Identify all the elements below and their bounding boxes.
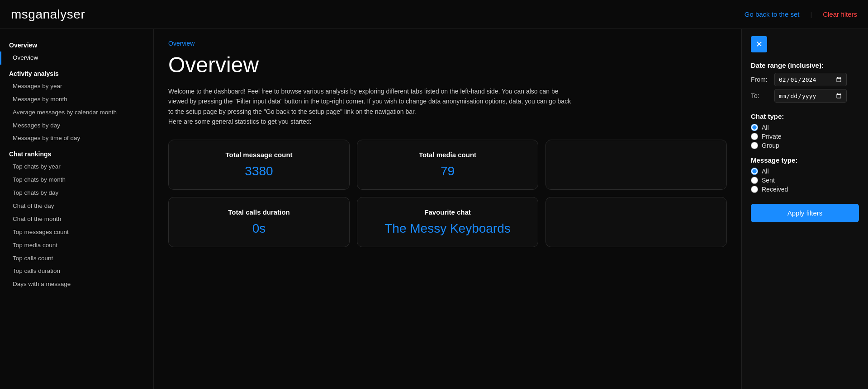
intro-text: Welcome to the dashboard! Feel free to b… — [168, 86, 575, 127]
filter-chat-type-group-row: Group — [751, 142, 859, 149]
stat-card-favourite-chat: Favourite chat The Messy Keyboards — [357, 197, 538, 247]
filter-message-type-all-row: All — [751, 168, 859, 175]
filter-chat-type-section: Chat type: All Private Group — [751, 112, 859, 149]
filter-chat-type-private-radio[interactable] — [751, 133, 758, 140]
sidebar-item-avg-messages[interactable]: Average messages by calendar month — [0, 106, 153, 119]
filter-chat-type-group: All Private Group — [751, 124, 859, 149]
sidebar-item-top-chats-year[interactable]: Top chats by year — [0, 160, 153, 173]
filter-panel: ✕ Date range (inclusive): From: To: Chat… — [741, 29, 868, 389]
filter-message-type-sent-row: Sent — [751, 177, 859, 184]
sidebar-section-title-activity: Activity analysis — [0, 65, 153, 80]
sidebar: Overview Overview Activity analysis Mess… — [0, 29, 154, 389]
intro-text-line1: Welcome to the dashboard! Feel free to b… — [168, 88, 571, 115]
stats-row-2: Total calls duration 0s Favourite chat T… — [168, 197, 727, 247]
filter-from-label: From: — [751, 76, 771, 83]
stats-row-1: Total message count 3380 Total media cou… — [168, 140, 727, 190]
filter-chat-type-title: Chat type: — [751, 112, 859, 120]
filter-chat-type-private-label: Private — [762, 133, 782, 140]
filter-chat-type-all-row: All — [751, 124, 859, 131]
filter-close-button[interactable]: ✕ — [751, 36, 767, 52]
stat-value-total-calls: 0s — [178, 221, 340, 236]
stat-label-favourite-chat: Favourite chat — [366, 208, 529, 216]
page-title: Overview — [168, 52, 727, 77]
sidebar-item-top-chats-day[interactable]: Top chats by day — [0, 187, 153, 200]
stat-card-total-media: Total media count 79 — [357, 140, 538, 190]
filter-date-to-row: To: — [751, 89, 859, 103]
filter-chat-type-group-radio[interactable] — [751, 142, 758, 149]
stat-card-placeholder-1 — [545, 140, 727, 190]
sidebar-item-top-calls-duration[interactable]: Top calls duration — [0, 265, 153, 278]
sidebar-item-top-calls-count[interactable]: Top calls count — [0, 252, 153, 265]
filter-message-type-all-label: All — [762, 168, 769, 175]
sidebar-item-messages-by-year[interactable]: Messages by year — [0, 80, 153, 93]
main-layout: Overview Overview Activity analysis Mess… — [0, 29, 868, 389]
sidebar-item-messages-by-month[interactable]: Messages by month — [0, 93, 153, 106]
filter-date-range-title: Date range (inclusive): — [751, 61, 859, 69]
sidebar-item-chat-of-day[interactable]: Chat of the day — [0, 200, 153, 213]
filter-chat-type-private-row: Private — [751, 133, 859, 140]
sidebar-item-overview[interactable]: Overview — [0, 52, 153, 65]
stat-label-total-messages: Total message count — [178, 151, 340, 159]
filter-chat-type-group-label: Group — [762, 142, 779, 149]
stat-label-total-calls: Total calls duration — [178, 208, 340, 216]
topnav: msganalyser Go back to the set | Clear f… — [0, 0, 868, 29]
filter-message-type-received-row: Received — [751, 186, 859, 193]
stat-value-favourite-chat: The Messy Keyboards — [366, 221, 529, 236]
sidebar-item-top-chats-month[interactable]: Top chats by month — [0, 173, 153, 187]
sidebar-item-top-media-count[interactable]: Top media count — [0, 239, 153, 252]
filter-chat-type-all-label: All — [762, 124, 769, 131]
sidebar-item-messages-by-time[interactable]: Messages by time of day — [0, 132, 153, 145]
filter-date-range-section: Date range (inclusive): From: To: — [751, 61, 859, 105]
sidebar-item-messages-by-day[interactable]: Messages by day — [0, 119, 153, 132]
sidebar-item-days-with-message[interactable]: Days with a message — [0, 278, 153, 291]
stat-value-total-media: 79 — [366, 164, 529, 178]
sidebar-item-chat-of-month[interactable]: Chat of the month — [0, 213, 153, 226]
filter-message-type-received-label: Received — [762, 186, 788, 193]
sidebar-section-title-overview: Overview — [0, 36, 153, 52]
breadcrumb: Overview — [168, 40, 727, 47]
filter-message-type-sent-radio[interactable] — [751, 177, 758, 184]
go-back-link[interactable]: Go back to the set — [745, 10, 800, 18]
intro-text-line2: Here are some general statistics to get … — [168, 118, 312, 125]
main-content: Overview Overview Welcome to the dashboa… — [154, 29, 741, 389]
filter-chat-type-all-radio[interactable] — [751, 124, 758, 131]
stat-value-total-messages: 3380 — [178, 164, 340, 178]
apply-filters-button[interactable]: Apply filters — [751, 204, 859, 222]
filter-to-input[interactable] — [774, 89, 847, 103]
filter-from-input[interactable] — [774, 73, 847, 86]
sidebar-section-title-rankings: Chat rankings — [0, 145, 153, 160]
sidebar-section-overview: Overview Overview — [0, 36, 153, 65]
stat-card-total-messages: Total message count 3380 — [168, 140, 350, 190]
brand-logo: msganalyser — [11, 7, 85, 22]
clear-filters-link[interactable]: Clear filters — [823, 10, 857, 18]
filter-message-type-section: Message type: All Sent Received — [751, 156, 859, 193]
filter-message-type-all-radio[interactable] — [751, 168, 758, 175]
stat-card-placeholder-2 — [545, 197, 727, 247]
sidebar-section-activity: Activity analysis Messages by year Messa… — [0, 65, 153, 145]
stat-card-total-calls: Total calls duration 0s — [168, 197, 350, 247]
filter-date-from-row: From: — [751, 73, 859, 86]
nav-right: Go back to the set | Clear filters — [745, 10, 857, 18]
filter-message-type-received-radio[interactable] — [751, 186, 758, 193]
sidebar-item-top-messages-count[interactable]: Top messages count — [0, 226, 153, 239]
filter-message-type-sent-label: Sent — [762, 177, 775, 184]
filter-message-type-title: Message type: — [751, 156, 859, 164]
filter-to-label: To: — [751, 92, 771, 99]
filter-panel-header: ✕ — [751, 36, 859, 52]
filter-message-type-group: All Sent Received — [751, 168, 859, 193]
stat-label-total-media: Total media count — [366, 151, 529, 159]
sidebar-section-rankings: Chat rankings Top chats by year Top chat… — [0, 145, 153, 291]
